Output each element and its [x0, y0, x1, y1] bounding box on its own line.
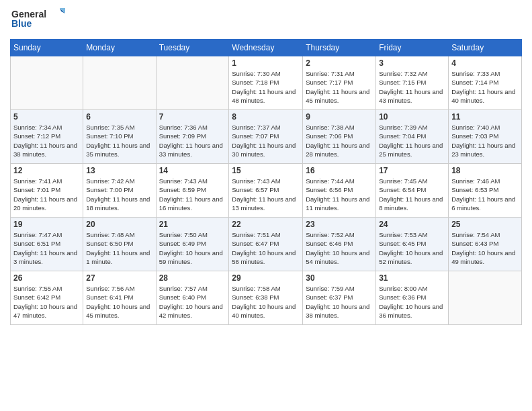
day-info: Sunrise: 7:39 AM Sunset: 7:04 PM Dayligh…: [379, 123, 445, 158]
calendar-cell: 3Sunrise: 7:32 AM Sunset: 7:15 PM Daylig…: [376, 56, 449, 110]
calendar-week-row: 5Sunrise: 7:34 AM Sunset: 7:12 PM Daylig…: [11, 110, 522, 164]
day-number: 15: [232, 166, 300, 175]
calendar-cell: 13Sunrise: 7:42 AM Sunset: 7:00 PM Dayli…: [83, 164, 156, 218]
calendar-cell: 25Sunrise: 7:54 AM Sunset: 6:43 PM Dayli…: [449, 218, 522, 271]
day-info: Sunrise: 7:43 AM Sunset: 6:59 PM Dayligh…: [159, 177, 226, 212]
day-info: Sunrise: 7:54 AM Sunset: 6:43 PM Dayligh…: [451, 230, 519, 266]
calendar-cell: 26Sunrise: 7:55 AM Sunset: 6:42 PM Dayli…: [11, 271, 83, 325]
day-number: 25: [451, 220, 519, 229]
calendar-cell: 17Sunrise: 7:45 AM Sunset: 6:54 PM Dayli…: [376, 164, 449, 218]
day-info: Sunrise: 7:40 AM Sunset: 7:03 PM Dayligh…: [451, 123, 519, 158]
day-info: Sunrise: 7:44 AM Sunset: 6:56 PM Dayligh…: [306, 177, 373, 212]
day-number: 22: [232, 220, 300, 229]
day-info: Sunrise: 7:34 AM Sunset: 7:12 PM Dayligh…: [13, 123, 80, 158]
day-info: Sunrise: 7:55 AM Sunset: 6:42 PM Dayligh…: [13, 284, 80, 320]
day-number: 20: [86, 220, 152, 229]
day-info: Sunrise: 7:48 AM Sunset: 6:50 PM Dayligh…: [86, 230, 152, 266]
day-number: 24: [379, 220, 445, 229]
calendar-cell: 21Sunrise: 7:50 AM Sunset: 6:49 PM Dayli…: [156, 218, 229, 271]
day-number: 1: [232, 58, 300, 68]
calendar-cell: 2Sunrise: 7:31 AM Sunset: 7:17 PM Daylig…: [303, 56, 376, 110]
day-number: 12: [13, 166, 80, 175]
day-number: 5: [13, 112, 80, 122]
day-info: Sunrise: 7:42 AM Sunset: 7:00 PM Dayligh…: [86, 177, 152, 212]
day-info: Sunrise: 7:51 AM Sunset: 6:47 PM Dayligh…: [232, 230, 300, 266]
day-info: Sunrise: 7:37 AM Sunset: 7:07 PM Dayligh…: [232, 123, 300, 158]
day-number: 10: [379, 112, 445, 122]
calendar-cell: 1Sunrise: 7:30 AM Sunset: 7:18 PM Daylig…: [229, 56, 303, 110]
day-number: 4: [451, 58, 519, 68]
calendar-cell: 28Sunrise: 7:57 AM Sunset: 6:40 PM Dayli…: [156, 271, 229, 325]
calendar-header-row: SundayMondayTuesdayWednesdayThursdayFrid…: [11, 40, 522, 56]
calendar-cell: 15Sunrise: 7:43 AM Sunset: 6:57 PM Dayli…: [229, 164, 303, 218]
day-info: Sunrise: 7:57 AM Sunset: 6:40 PM Dayligh…: [159, 284, 226, 320]
calendar-cell: [449, 271, 522, 325]
calendar-cell: 5Sunrise: 7:34 AM Sunset: 7:12 PM Daylig…: [11, 110, 83, 164]
day-number: 13: [86, 166, 152, 175]
day-number: 18: [451, 166, 519, 175]
calendar-cell: 4Sunrise: 7:33 AM Sunset: 7:14 PM Daylig…: [449, 56, 522, 110]
day-info: Sunrise: 7:43 AM Sunset: 6:57 PM Dayligh…: [232, 177, 300, 212]
day-info: Sunrise: 7:45 AM Sunset: 6:54 PM Dayligh…: [379, 177, 445, 212]
calendar-cell: 14Sunrise: 7:43 AM Sunset: 6:59 PM Dayli…: [156, 164, 229, 218]
day-info: Sunrise: 7:50 AM Sunset: 6:49 PM Dayligh…: [159, 230, 226, 266]
day-info: Sunrise: 7:33 AM Sunset: 7:14 PM Dayligh…: [451, 69, 519, 105]
calendar-week-row: 12Sunrise: 7:41 AM Sunset: 7:01 PM Dayli…: [11, 164, 522, 218]
day-number: 23: [306, 220, 373, 229]
calendar-cell: 24Sunrise: 7:53 AM Sunset: 6:45 PM Dayli…: [376, 218, 449, 271]
calendar-week-row: 1Sunrise: 7:30 AM Sunset: 7:18 PM Daylig…: [11, 56, 522, 110]
day-info: Sunrise: 7:31 AM Sunset: 7:17 PM Dayligh…: [306, 69, 373, 105]
calendar-cell: 8Sunrise: 7:37 AM Sunset: 7:07 PM Daylig…: [229, 110, 303, 164]
day-info: Sunrise: 7:59 AM Sunset: 6:37 PM Dayligh…: [306, 284, 373, 320]
calendar-cell: 9Sunrise: 7:38 AM Sunset: 7:06 PM Daylig…: [303, 110, 376, 164]
calendar-cell: 29Sunrise: 7:58 AM Sunset: 6:38 PM Dayli…: [229, 271, 303, 325]
calendar-cell: 27Sunrise: 7:56 AM Sunset: 6:41 PM Dayli…: [83, 271, 156, 325]
day-info: Sunrise: 7:30 AM Sunset: 7:18 PM Dayligh…: [232, 69, 300, 105]
day-number: 11: [451, 112, 519, 122]
weekday-header: Monday: [83, 40, 156, 56]
weekday-header: Friday: [376, 40, 449, 56]
weekday-header: Tuesday: [156, 40, 229, 56]
weekday-header: Wednesday: [229, 40, 303, 56]
day-info: Sunrise: 7:53 AM Sunset: 6:45 PM Dayligh…: [379, 230, 445, 266]
day-number: 3: [379, 58, 445, 68]
day-number: 8: [232, 112, 300, 122]
calendar-cell: 20Sunrise: 7:48 AM Sunset: 6:50 PM Dayli…: [83, 218, 156, 271]
calendar-cell: 30Sunrise: 7:59 AM Sunset: 6:37 PM Dayli…: [303, 271, 376, 325]
calendar-cell: 23Sunrise: 7:52 AM Sunset: 6:46 PM Dayli…: [303, 218, 376, 271]
day-number: 9: [306, 112, 373, 122]
day-number: 26: [13, 273, 80, 283]
calendar-cell: 16Sunrise: 7:44 AM Sunset: 6:56 PM Dayli…: [303, 164, 376, 218]
day-number: 27: [86, 273, 152, 283]
day-number: 19: [13, 220, 80, 229]
calendar-cell: 7Sunrise: 7:36 AM Sunset: 7:09 PM Daylig…: [156, 110, 229, 164]
day-number: 31: [379, 273, 445, 283]
calendar-table: SundayMondayTuesdayWednesdayThursdayFrid…: [10, 39, 522, 325]
calendar-cell: 22Sunrise: 7:51 AM Sunset: 6:47 PM Dayli…: [229, 218, 303, 271]
weekday-header: Sunday: [11, 40, 83, 56]
day-info: Sunrise: 7:35 AM Sunset: 7:10 PM Dayligh…: [86, 123, 152, 158]
day-number: 28: [159, 273, 226, 283]
calendar-cell: [11, 56, 83, 110]
day-number: 29: [232, 273, 300, 283]
day-info: Sunrise: 8:00 AM Sunset: 6:36 PM Dayligh…: [379, 284, 445, 320]
day-info: Sunrise: 7:56 AM Sunset: 6:41 PM Dayligh…: [86, 284, 152, 320]
calendar-cell: 6Sunrise: 7:35 AM Sunset: 7:10 PM Daylig…: [83, 110, 156, 164]
day-number: 16: [306, 166, 373, 175]
day-number: 2: [306, 58, 373, 68]
weekday-header: Thursday: [303, 40, 376, 56]
day-info: Sunrise: 7:47 AM Sunset: 6:51 PM Dayligh…: [13, 230, 80, 266]
day-number: 14: [159, 166, 226, 175]
logo-icon: General Blue: [11, 7, 65, 34]
weekday-header: Saturday: [449, 40, 522, 56]
svg-text:Blue: Blue: [11, 18, 32, 29]
day-info: Sunrise: 7:38 AM Sunset: 7:06 PM Dayligh…: [306, 123, 373, 158]
calendar-week-row: 19Sunrise: 7:47 AM Sunset: 6:51 PM Dayli…: [11, 218, 522, 271]
day-info: Sunrise: 7:41 AM Sunset: 7:01 PM Dayligh…: [13, 177, 80, 212]
day-number: 21: [159, 220, 226, 229]
day-info: Sunrise: 7:52 AM Sunset: 6:46 PM Dayligh…: [306, 230, 373, 266]
day-info: Sunrise: 7:46 AM Sunset: 6:53 PM Dayligh…: [451, 177, 519, 212]
page-container: General Blue SundayMondayTuesdayWednesda…: [0, 0, 532, 332]
day-info: Sunrise: 7:32 AM Sunset: 7:15 PM Dayligh…: [379, 69, 445, 105]
calendar-cell: 11Sunrise: 7:40 AM Sunset: 7:03 PM Dayli…: [449, 110, 522, 164]
